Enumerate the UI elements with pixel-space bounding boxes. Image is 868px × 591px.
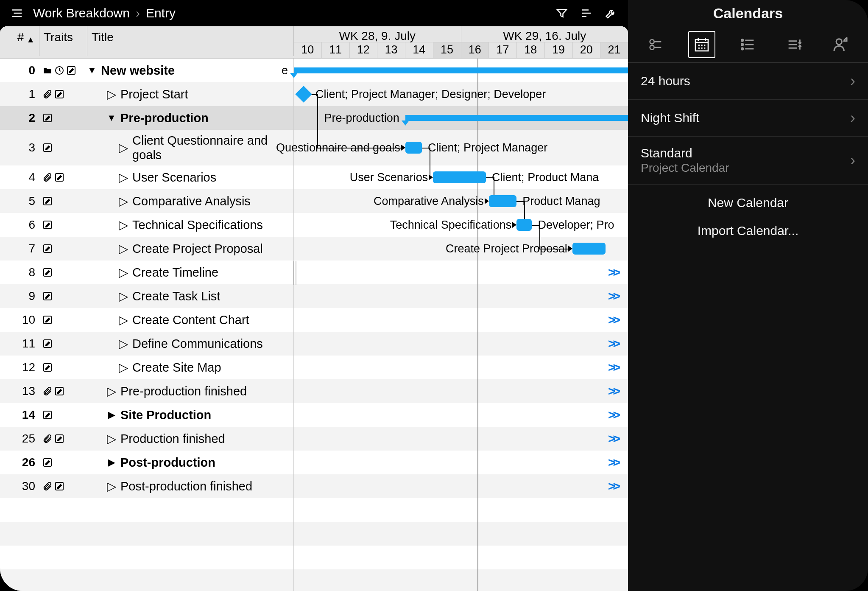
gantt-cell: Pre-production — [294, 106, 628, 130]
task-row[interactable]: 25▷Production finished>> — [0, 427, 628, 451]
task-row[interactable]: 14▶Site Production>> — [0, 403, 628, 427]
task-bar[interactable] — [572, 243, 606, 255]
sidebar-tab-calendar[interactable] — [688, 31, 715, 58]
calendar-item[interactable]: StandardProject Calendar› — [628, 137, 868, 185]
week-header-cell: WK 28, 9. July — [294, 26, 461, 42]
row-title-cell: ▷Project Start — [87, 82, 294, 106]
row-title-cell: ▷Technical Specifications — [87, 213, 294, 237]
offscreen-task-arrow[interactable]: >> — [608, 408, 618, 422]
edit-icon — [54, 481, 65, 492]
task-bar[interactable] — [433, 171, 486, 183]
task-row[interactable]: 9▷Create Task List>> — [0, 284, 628, 308]
gantt-cell: User ScenariosClient; Product Mana — [294, 165, 628, 189]
gantt-cell: >> — [294, 451, 628, 474]
leaf-icon: ▷ — [119, 194, 128, 208]
leaf-icon: ▷ — [119, 360, 128, 375]
sidebar-tab-key[interactable] — [642, 31, 669, 58]
row-traits — [39, 522, 87, 546]
task-row[interactable]: 12▷Create Site Map>> — [0, 356, 628, 379]
calendar-item[interactable]: 24 hours› — [628, 63, 868, 100]
task-row[interactable]: 8▷Create Timeline>> — [0, 260, 628, 284]
offscreen-task-arrow[interactable]: >> — [608, 479, 618, 493]
column-resize-handle[interactable] — [293, 261, 296, 285]
offscreen-task-arrow[interactable]: >> — [608, 360, 618, 375]
disclosure-closed-icon[interactable]: ▶ — [107, 457, 116, 468]
task-row[interactable]: 10▷Create Content Chart>> — [0, 308, 628, 332]
row-title-cell: ▷Comparative Analysis — [87, 189, 294, 213]
row-title-cell: ▷Client Questionnaire and goals — [87, 130, 294, 165]
disclosure-open-icon[interactable]: ▼ — [107, 112, 116, 123]
offscreen-task-arrow[interactable]: >> — [608, 384, 618, 398]
gantt-cell — [294, 498, 628, 522]
leaf-icon: ▷ — [119, 289, 128, 303]
row-title-cell: ▶Site Production — [87, 403, 294, 427]
offscreen-task-arrow[interactable]: >> — [608, 289, 618, 303]
sidebar-tab-person[interactable] — [827, 31, 854, 58]
task-row[interactable]: 11▷Define Communications>> — [0, 332, 628, 356]
offscreen-task-arrow[interactable]: >> — [608, 265, 618, 280]
summary-bar[interactable] — [294, 67, 628, 73]
breadcrumb-item[interactable]: Entry — [146, 6, 176, 20]
task-bar[interactable] — [405, 142, 422, 154]
offscreen-task-arrow[interactable]: >> — [608, 431, 618, 446]
offscreen-task-arrow[interactable]: >> — [608, 313, 618, 327]
milestone-diamond[interactable] — [295, 86, 312, 103]
task-row[interactable]: 3▷Client Questionnaire and goalsQuestion… — [0, 130, 628, 165]
row-number — [0, 546, 39, 569]
task-row[interactable]: 26▶Post-production>> — [0, 451, 628, 474]
row-title-cell — [87, 522, 294, 546]
chevron-right-icon: › — [850, 72, 855, 90]
offscreen-task-arrow[interactable]: >> — [608, 336, 618, 351]
import-calendar-button[interactable]: Import Calendar... — [698, 224, 798, 238]
task-row[interactable]: 4▷User ScenariosUser ScenariosClient; Pr… — [0, 165, 628, 189]
task-row[interactable]: 0▼New websitee — [0, 59, 628, 82]
edit-icon — [42, 409, 53, 420]
row-traits — [39, 356, 87, 379]
leaf-icon: ▷ — [107, 431, 116, 446]
filter-icon[interactable] — [553, 5, 570, 22]
summary-bar[interactable] — [405, 115, 628, 121]
row-traits — [39, 569, 87, 591]
row-title-cell — [87, 569, 294, 591]
edit-icon — [54, 89, 65, 100]
task-row[interactable]: 2▼Pre-productionPre-production — [0, 106, 628, 130]
column-header-title[interactable]: Title — [87, 26, 294, 56]
disclosure-open-icon[interactable]: ▼ — [87, 65, 97, 76]
offscreen-task-arrow[interactable]: >> — [608, 455, 618, 470]
row-number — [0, 522, 39, 546]
row-traits — [39, 308, 87, 332]
row-traits — [39, 106, 87, 130]
gantt-view-icon[interactable] — [578, 5, 595, 22]
task-row[interactable]: 13▷Pre-production finished>> — [0, 379, 628, 403]
svg-point-23 — [741, 43, 743, 45]
folder-icon — [42, 65, 53, 76]
task-bar[interactable] — [516, 219, 532, 231]
chevron-right-icon: › — [850, 109, 855, 127]
row-number: 5 — [0, 189, 39, 213]
app-menu-icon[interactable] — [8, 5, 25, 22]
disclosure-closed-icon[interactable]: ▶ — [107, 409, 116, 420]
column-header-traits[interactable]: Traits — [39, 26, 87, 56]
task-row[interactable]: 7▷Create Project ProposalCreate Project … — [0, 237, 628, 260]
sidebar-tab-list[interactable] — [734, 31, 762, 58]
row-title-cell: ▷Create Project Proposal — [87, 237, 294, 260]
task-bar[interactable] — [489, 195, 517, 207]
gantt-cell: Technical SpecificationsDeveloper; Pro — [294, 213, 628, 237]
task-row[interactable]: 5▷Comparative AnalysisComparative Analys… — [0, 189, 628, 213]
task-title: Post-production — [120, 455, 215, 470]
day-header-cell: 16 — [461, 42, 489, 59]
wrench-icon[interactable] — [603, 5, 620, 22]
gantt-cell: e — [294, 59, 628, 82]
breadcrumb: Work Breakdown › Entry — [33, 6, 176, 20]
row-traits — [39, 474, 87, 498]
calendar-item[interactable]: Night Shift› — [628, 100, 868, 137]
day-header-cell: 10 — [294, 42, 321, 59]
row-traits — [39, 237, 87, 260]
column-header-number[interactable]: #▲ — [0, 26, 39, 56]
breadcrumb-item[interactable]: Work Breakdown — [33, 6, 130, 20]
work-breakdown-grid: #▲ Traits Title WK 28, 9. JulyWK 29, 16.… — [0, 26, 628, 591]
sidebar-tab-sort[interactable] — [781, 31, 808, 58]
task-row[interactable]: 30▷Post-production finished>> — [0, 474, 628, 498]
new-calendar-button[interactable]: New Calendar — [708, 196, 788, 210]
leaf-icon: ▷ — [119, 336, 128, 351]
